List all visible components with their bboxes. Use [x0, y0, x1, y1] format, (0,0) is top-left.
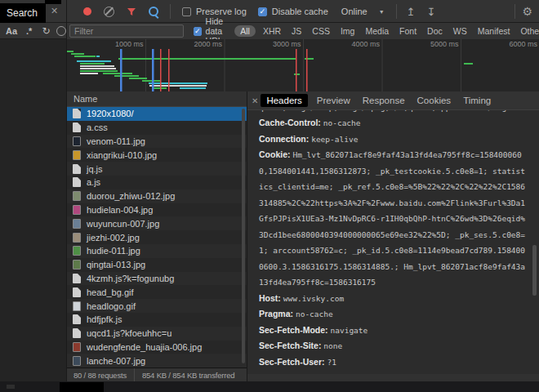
tab-search[interactable]: Search [0, 3, 46, 23]
import-har-icon[interactable]: ↥ [407, 6, 416, 18]
request-name: jiezhi-002.jpg [87, 233, 140, 243]
request-row[interactable]: jiezhi-002.jpg [67, 230, 247, 244]
checkbox-unchecked[interactable] [182, 7, 191, 16]
search-drawer-header: Search ✕ [0, 0, 67, 23]
filter-pill-xhr[interactable]: XHR [263, 26, 281, 36]
request-row[interactable]: 1920x1080/ [67, 107, 247, 121]
header-entry: Cookie: Hm_lvt_862071acf8e9faf43a13fd4ea… [259, 146, 534, 290]
tab-cookies[interactable]: Cookies [417, 96, 452, 105]
details-scrollbar[interactable] [532, 245, 537, 296]
tab-response[interactable]: Response [363, 96, 405, 105]
clear-icon[interactable] [104, 7, 114, 17]
search-icon[interactable] [149, 7, 158, 16]
request-name: uqcd1.js?kfoeuhhc=u [87, 328, 172, 338]
filter-pill-media[interactable]: Media [365, 26, 389, 36]
svg-text:5000 ms: 5000 ms [430, 40, 459, 48]
request-name: a.js [87, 177, 100, 187]
checkbox-checked[interactable]: ✓ [194, 27, 202, 36]
filter-pill-manifest[interactable]: Manifest [478, 26, 510, 36]
request-list-scrollbar[interactable] [242, 109, 245, 363]
request-row[interactable]: a.css [67, 121, 247, 135]
scrolled-clipped-line: q=0.9,image/webp,image/apng,*/*;q=0.8,ap… [259, 110, 534, 114]
image-file-icon [73, 260, 81, 270]
close-search-icon[interactable]: ✕ [51, 6, 58, 16]
details-bottom-strip [247, 374, 539, 381]
chevron-down-icon[interactable]: ▼ [379, 9, 385, 15]
toolbar-divider [514, 4, 515, 19]
filter-icon[interactable] [127, 7, 136, 16]
close-details-icon[interactable]: ✕ [252, 96, 258, 105]
svg-text:6000 ms: 6000 ms [509, 40, 537, 48]
refresh-icon[interactable]: ↻ [42, 25, 50, 37]
settings-gear-icon[interactable]: ⚙ [522, 5, 532, 18]
request-name: hudie-011.jpg [87, 246, 140, 256]
filter-pill-css[interactable]: CSS [312, 26, 330, 36]
request-name: wudengfende_huajia-006.jpg [87, 342, 202, 352]
network-status-bar: 80 / 88 requests 854 KB / 854 KB transfe… [67, 368, 247, 381]
file-icon [73, 328, 81, 338]
preserve-log-checkbox[interactable]: Preserve log [182, 7, 247, 16]
request-name: duorou_zhiwu-012.jpg [87, 191, 175, 201]
devtools-window: Search ✕ Preserve log ✓ Disable cache On… [0, 0, 539, 392]
match-case-toggle[interactable]: Aa [6, 26, 17, 36]
header-entry: Sec-Fetch-Site: none [259, 337, 534, 354]
request-name: 1920x1080/ [87, 109, 134, 118]
request-row[interactable]: duorou_zhiwu-012.jpg [67, 189, 247, 203]
filter-pill-other[interactable]: Other [520, 26, 539, 36]
request-row[interactable]: headlogo.gif [67, 299, 247, 313]
image-file-icon [73, 191, 81, 201]
request-row[interactable]: hudie-011.jpg [67, 244, 247, 258]
search-results-panel [0, 39, 67, 381]
request-row[interactable]: a.js [67, 176, 247, 189]
request-row[interactable]: jq.js [67, 162, 247, 176]
request-row[interactable]: uqcd1.js?kfoeuhhc=u [67, 327, 247, 341]
image-file-icon [73, 301, 81, 311]
checkbox-checked[interactable]: ✓ [258, 7, 267, 16]
request-row[interactable]: xiangrikui-010.jpg [67, 148, 247, 162]
filter-pill-all[interactable]: All [234, 25, 256, 37]
details-tab-bar: ✕ HeadersPreviewResponseCookiesTiming [247, 91, 539, 110]
clear-search-icon[interactable] [56, 26, 66, 36]
request-row[interactable]: hudielan-004.jpg [67, 203, 247, 217]
svg-text:1000 ms: 1000 ms [115, 40, 144, 48]
export-har-icon[interactable]: ↧ [427, 6, 436, 18]
header-entry: Cache-Control: no-cache [259, 114, 534, 131]
request-row[interactable]: venom-011.jpg [67, 135, 247, 149]
filter-pill-img[interactable]: Img [341, 26, 355, 36]
image-file-icon [73, 219, 81, 229]
request-row[interactable]: head_bg.gif [67, 285, 247, 299]
throttling-select[interactable]: Online [341, 7, 368, 16]
filter-pill-doc[interactable]: Doc [427, 26, 443, 36]
toolbar-divider [396, 4, 397, 19]
headers-content: q=0.9,image/webp,image/apng,*/*;q=0.8,ap… [247, 110, 534, 376]
request-name: qingtai-013.jpg [87, 260, 145, 270]
search-tab-label: Search [7, 7, 38, 19]
request-row[interactable]: hdfjpfk.js [67, 313, 247, 327]
header-entry: Host: www.ivsky.com [259, 290, 534, 306]
disable-cache-checkbox[interactable]: ✓ Disable cache [258, 7, 328, 16]
request-row[interactable]: wuyuncun-007.jpg [67, 216, 247, 230]
svg-text:2000 ms: 2000 ms [194, 40, 222, 48]
filter-input[interactable] [69, 24, 184, 38]
request-row[interactable]: wudengfende_huajia-006.jpg [67, 341, 247, 354]
name-column-header[interactable]: Name [67, 91, 247, 107]
headers-list: Cache-Control: no-cacheConnection: keep-… [259, 114, 534, 376]
regex-toggle[interactable]: .* [26, 26, 32, 36]
request-row[interactable]: lanche-007.jpg [67, 354, 247, 368]
taskbar-icon [7, 385, 15, 389]
network-overview[interactable]: 1000 ms2000 ms3000 ms4000 ms5000 ms6000 … [67, 39, 539, 92]
tab-preview[interactable]: Preview [317, 96, 350, 105]
file-icon [73, 109, 81, 118]
request-row[interactable]: qingtai-013.jpg [67, 258, 247, 272]
record-icon[interactable] [83, 7, 91, 16]
image-file-icon [73, 246, 81, 256]
filter-pill-font[interactable]: Font [399, 26, 416, 36]
waterfall-overview-chart[interactable]: 1000 ms2000 ms3000 ms4000 ms5000 ms6000 … [67, 39, 539, 91]
request-name: headlogo.gif [87, 301, 136, 311]
file-icon [73, 287, 81, 297]
filter-pill-ws[interactable]: WS [453, 26, 467, 36]
tab-timing[interactable]: Timing [463, 96, 491, 105]
request-row[interactable]: 4kzmh.js?k=fogunubg [67, 272, 247, 286]
tab-headers[interactable]: Headers [261, 94, 307, 107]
filter-pill-js[interactable]: JS [292, 26, 301, 36]
